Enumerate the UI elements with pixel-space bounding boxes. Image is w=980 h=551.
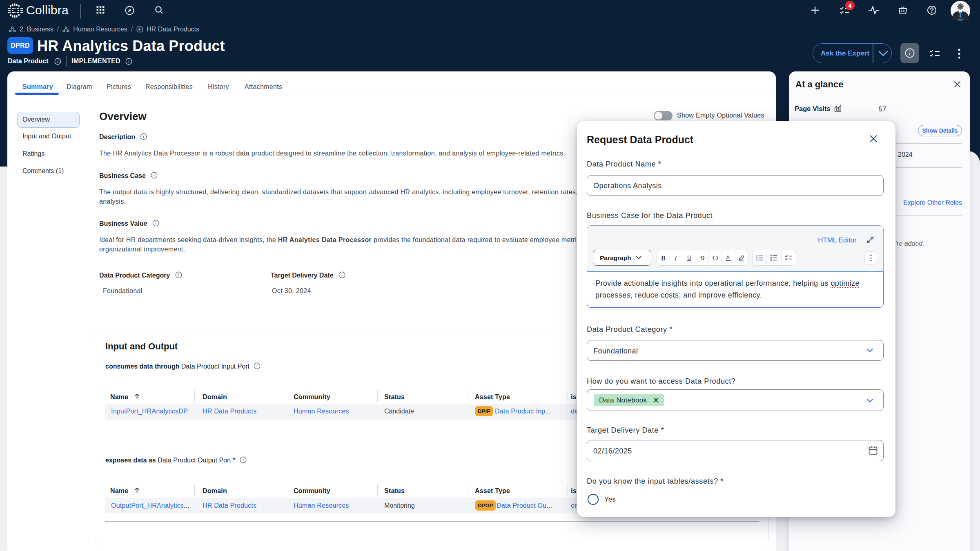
svg-text:A: A <box>726 254 730 260</box>
svg-text:I: I <box>674 255 677 261</box>
svg-text:B: B <box>661 255 666 261</box>
svg-text:U: U <box>687 254 691 261</box>
